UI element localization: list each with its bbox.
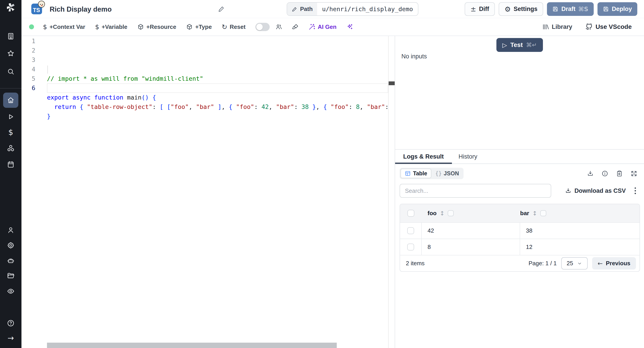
sidebar-item-workers[interactable] bbox=[0, 257, 22, 264]
sidebar-item-folders[interactable] bbox=[0, 272, 22, 279]
table-footer: 2 items Page: 1 / 1 25 ← Previous bbox=[400, 255, 640, 271]
draft-label: Draft bbox=[561, 6, 575, 12]
settings-label: Settings bbox=[514, 6, 538, 12]
path-label-segment[interactable]: Path bbox=[287, 3, 317, 16]
path-label: Path bbox=[300, 6, 312, 12]
sidebar-item-audit-logs[interactable] bbox=[0, 288, 22, 295]
ai-assistant-button[interactable] bbox=[346, 24, 353, 30]
collaborators-button[interactable] bbox=[276, 24, 282, 30]
column-filter-checkbox[interactable] bbox=[540, 210, 546, 216]
code-line[interactable]: // import * as wmill from "windmill-clie… bbox=[47, 74, 388, 84]
download-icon[interactable] bbox=[587, 170, 594, 177]
sort-icon[interactable]: ↕ bbox=[532, 210, 537, 217]
column-header-bar[interactable]: bar bbox=[520, 210, 529, 217]
view-json-button[interactable]: {} JSON bbox=[431, 169, 463, 178]
code-area[interactable]: // import * as wmill from "windmill-clie… bbox=[47, 36, 388, 343]
package-icon bbox=[186, 24, 193, 30]
tab-history[interactable]: History bbox=[452, 153, 484, 160]
add-resource-label: +Resource bbox=[146, 24, 176, 30]
code-line[interactable] bbox=[47, 84, 388, 93]
sidebar-item-expand[interactable]: → bbox=[0, 334, 22, 342]
tab-logs-result[interactable]: Logs & Result bbox=[395, 150, 452, 164]
sort-icon[interactable]: ↕ bbox=[440, 210, 444, 217]
view-table-button[interactable]: Table bbox=[400, 169, 431, 178]
sidebar-item-search[interactable] bbox=[0, 68, 22, 75]
download-csv-button[interactable]: Download as CSV bbox=[565, 188, 626, 194]
sidebar-item-users[interactable] bbox=[0, 226, 22, 234]
add-resource-button[interactable]: +Resource bbox=[137, 24, 176, 30]
add-type-button[interactable]: +Type bbox=[186, 24, 212, 30]
use-vscode-button[interactable]: Use VScode bbox=[585, 23, 632, 30]
table-row[interactable]: 8 12 bbox=[400, 239, 640, 255]
line-number-gutter[interactable]: 123456 bbox=[22, 36, 35, 93]
page-title: Rich Display demo bbox=[50, 5, 112, 14]
table-options-menu-button[interactable] bbox=[633, 186, 637, 196]
multiplayer-toggle[interactable] bbox=[255, 23, 270, 31]
use-vscode-label: Use VScode bbox=[596, 23, 632, 30]
reset-button[interactable]: ↻ Reset bbox=[222, 23, 246, 31]
sidebar-item-resources[interactable] bbox=[0, 144, 22, 152]
path-control[interactable]: Path u/henri/rich_display_demo bbox=[287, 2, 418, 16]
page-size-select[interactable]: 25 bbox=[561, 257, 588, 270]
edit-title-button[interactable] bbox=[218, 5, 225, 12]
dollar-icon: $ bbox=[95, 23, 99, 31]
code-line[interactable]: } bbox=[47, 112, 388, 121]
editor-horizontal-scrollbar[interactable] bbox=[47, 343, 337, 348]
braces-icon: {} bbox=[435, 170, 442, 177]
sidebar-item-schedules[interactable] bbox=[0, 160, 22, 168]
sidebar: $ → bbox=[0, 0, 22, 348]
test-shortcut: ⌘↵ bbox=[526, 42, 537, 48]
diff-button[interactable]: ± Diff bbox=[465, 2, 495, 16]
column-header-foo[interactable]: foo bbox=[428, 210, 436, 217]
sidebar-item-help[interactable] bbox=[0, 319, 22, 327]
ai-gen-button[interactable]: AI Gen bbox=[308, 24, 336, 30]
draft-button[interactable]: Draft ⌘S bbox=[547, 2, 594, 16]
editor-vertical-scrollbar[interactable] bbox=[388, 36, 395, 348]
run-panel: ▷ Test ⌘↵ No inputs Logs & Result Histor… bbox=[395, 36, 644, 348]
code-line[interactable] bbox=[47, 121, 388, 130]
windmill-logo[interactable] bbox=[0, 2, 22, 12]
dollar-icon: $ bbox=[43, 23, 47, 31]
column-filter-checkbox[interactable] bbox=[448, 210, 454, 216]
arrow-right-icon: → bbox=[8, 334, 14, 342]
settings-button[interactable]: ⚙ Settings bbox=[499, 2, 543, 16]
status-dot bbox=[29, 24, 34, 29]
refresh-icon: ↻ bbox=[222, 23, 227, 31]
editor-toolbar: $ +Context Var $ +Variable +Resource +Ty… bbox=[22, 18, 644, 36]
play-icon: ▷ bbox=[502, 42, 507, 48]
add-type-label: +Type bbox=[195, 24, 212, 30]
clipboard-paste-icon[interactable] bbox=[616, 170, 623, 177]
add-context-var-button[interactable]: $ +Context Var bbox=[43, 23, 85, 31]
row-checkbox[interactable] bbox=[407, 244, 414, 250]
code-line[interactable]: export async function main() { bbox=[47, 93, 388, 102]
sidebar-item-variables[interactable]: $ bbox=[0, 128, 22, 136]
add-variable-button[interactable]: $ +Variable bbox=[95, 23, 127, 31]
cell-foo: 8 bbox=[428, 244, 431, 250]
wand-icon bbox=[308, 24, 315, 30]
sidebar-item-runs[interactable] bbox=[0, 113, 22, 120]
deploy-label: Deploy bbox=[612, 6, 632, 12]
result-search-input[interactable] bbox=[400, 184, 551, 198]
add-variable-label: +Variable bbox=[102, 24, 128, 30]
sidebar-item-workspace[interactable] bbox=[0, 32, 22, 40]
page-indicator: Page: 1 / 1 bbox=[528, 260, 557, 267]
tab-logs-result-label: Logs & Result bbox=[403, 153, 444, 160]
paintbrush-icon bbox=[292, 24, 299, 30]
table-row[interactable]: 42 38 bbox=[400, 222, 640, 239]
sidebar-item-home[interactable] bbox=[3, 92, 18, 108]
sidebar-item-settings[interactable] bbox=[0, 242, 22, 249]
code-line[interactable]: return { "table-row-object": [ ["foo", "… bbox=[47, 102, 388, 112]
library-button[interactable]: Library bbox=[542, 24, 572, 30]
sidebar-item-favorites[interactable] bbox=[0, 50, 22, 57]
info-icon[interactable] bbox=[602, 170, 608, 177]
code-editor[interactable]: 123456 // import * as wmill from "windmi… bbox=[22, 36, 395, 348]
items-count: 2 items bbox=[406, 260, 425, 267]
test-button[interactable]: ▷ Test ⌘↵ bbox=[496, 38, 543, 52]
expand-icon[interactable] bbox=[630, 170, 637, 177]
select-all-checkbox[interactable] bbox=[408, 210, 414, 217]
deploy-button[interactable]: Deploy bbox=[598, 2, 637, 16]
page-size-value: 25 bbox=[567, 260, 573, 267]
row-checkbox[interactable] bbox=[407, 227, 414, 234]
previous-page-button[interactable]: ← Previous bbox=[592, 257, 636, 270]
format-button[interactable] bbox=[292, 24, 299, 30]
